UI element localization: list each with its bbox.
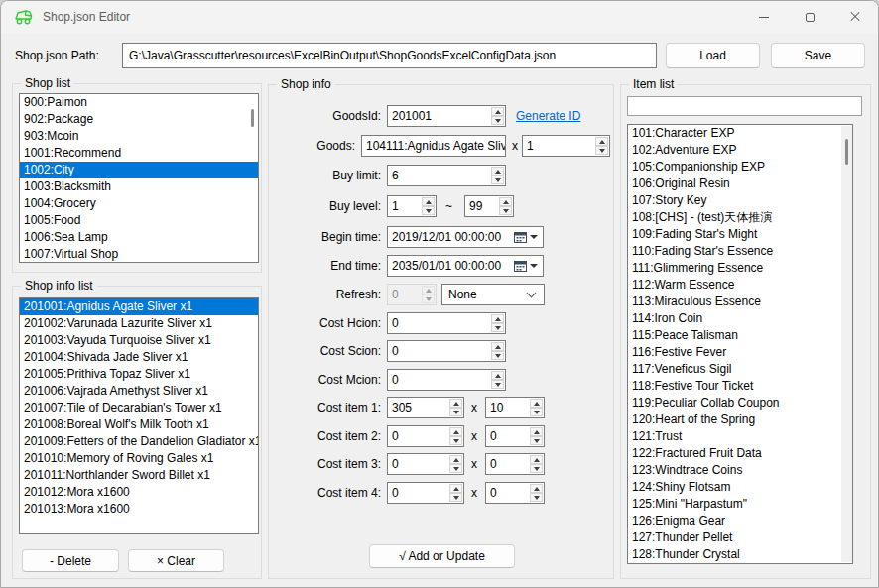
list-item[interactable]: 201007:Tile of Decarabian's Tower x1 <box>20 400 258 416</box>
refresh-mode-combobox[interactable]: None <box>441 284 545 305</box>
buy-level-min-spinner[interactable]: 1 <box>387 195 437 217</box>
list-item[interactable]: 120:Heart of the Spring <box>628 412 852 428</box>
list-item[interactable]: 1004:Grocery <box>20 195 258 212</box>
path-input[interactable] <box>122 43 657 68</box>
spin-up-icon[interactable] <box>491 107 504 116</box>
list-item[interactable]: 102:Adventure EXP <box>628 142 852 159</box>
close-button[interactable] <box>832 1 878 33</box>
spin-down-icon[interactable] <box>449 493 462 502</box>
list-item[interactable]: 201008:Boreal Wolf's Milk Tooth x1 <box>20 416 258 433</box>
list-item[interactable]: 201002:Varunada Lazurite Sliver x1 <box>20 315 258 332</box>
load-button[interactable]: Load <box>666 43 760 68</box>
list-item[interactable]: 1001:Recommend <box>20 145 258 162</box>
spinner-arrows[interactable] <box>529 483 544 503</box>
list-item[interactable]: 121:Trust <box>628 428 852 445</box>
cost-item-4-count-spinner[interactable]: 0 <box>485 482 545 504</box>
goods-count-spinner[interactable]: 1 <box>522 135 610 157</box>
goods-value-box[interactable]: 104111:Agnidus Agate Sliver <box>361 135 506 157</box>
list-item[interactable]: 1002:City <box>20 162 258 178</box>
list-item[interactable]: 109:Fading Star's Might <box>628 226 852 243</box>
shop-info-listbox[interactable]: 201001:Agnidus Agate Sliver x1201002:Var… <box>19 297 259 534</box>
list-item[interactable]: 118:Festive Tour Ticket <box>628 378 852 395</box>
list-item[interactable]: 105:Companionship EXP <box>628 159 852 176</box>
spin-up-icon[interactable] <box>499 197 512 206</box>
spin-up-icon[interactable] <box>491 342 504 351</box>
spinner-arrows[interactable] <box>490 166 505 185</box>
spinner-arrows[interactable] <box>490 370 505 390</box>
list-item[interactable]: 903:Mcoin <box>20 128 258 145</box>
cost-item-2-id-spinner[interactable]: 0 <box>387 425 464 447</box>
spin-down-icon[interactable] <box>530 408 543 416</box>
buy-limit-spinner[interactable]: 6 <box>387 165 506 186</box>
list-item[interactable]: 125:Mini "Harpastum" <box>628 496 852 513</box>
list-item[interactable]: 116:Festive Fever <box>628 344 852 361</box>
spin-up-icon[interactable] <box>449 484 462 493</box>
list-item[interactable]: 114:Iron Coin <box>628 310 852 327</box>
save-button[interactable]: Save <box>771 43 865 68</box>
shop-listbox[interactable]: 900:Paimon902:Package903:Mcoin1001:Recom… <box>19 93 259 263</box>
spin-up-icon[interactable] <box>491 167 504 176</box>
spinner-arrows[interactable] <box>448 454 463 474</box>
list-item[interactable]: 127:Thunder Pellet <box>628 529 852 546</box>
spinner-arrows[interactable] <box>448 483 463 503</box>
delete-button[interactable]: - Delete <box>22 549 119 572</box>
scrollbar-thumb[interactable] <box>251 109 254 127</box>
spin-down-icon[interactable] <box>491 323 504 332</box>
spinner-arrows[interactable] <box>529 398 544 417</box>
spin-up-icon[interactable] <box>449 399 462 408</box>
spin-down-icon[interactable] <box>595 146 608 155</box>
list-item[interactable]: 201005:Prithiva Topaz Sliver x1 <box>20 366 258 383</box>
list-item[interactable]: 108:[CHS] - (test)天体推演 <box>628 209 852 226</box>
list-item[interactable]: 106:Original Resin <box>628 176 852 192</box>
list-item[interactable]: 1007:Virtual Shop <box>20 246 258 263</box>
spinner-arrows[interactable] <box>490 106 505 126</box>
list-item[interactable]: 201001:Agnidus Agate Sliver x1 <box>20 298 258 315</box>
list-item[interactable]: 201004:Shivada Jade Sliver x1 <box>20 349 258 366</box>
item-listbox[interactable]: 101:Character EXP102:Adventure EXP105:Co… <box>627 124 853 564</box>
list-item[interactable]: 201006:Vajrada Amethyst Sliver x1 <box>20 383 258 400</box>
list-item[interactable]: 201010:Memory of Roving Gales x1 <box>20 450 258 467</box>
list-item[interactable]: 107:Story Key <box>628 192 852 209</box>
minimize-button[interactable] <box>741 1 787 33</box>
dropdown-arrow-icon[interactable] <box>530 264 538 268</box>
list-item[interactable]: 113:Miraculous Essence <box>628 294 852 310</box>
spin-down-icon[interactable] <box>422 206 435 215</box>
cost-scion-spinner[interactable]: 0 <box>387 340 506 362</box>
dropdown-arrow-icon[interactable] <box>530 235 538 239</box>
spin-down-icon[interactable] <box>491 176 504 184</box>
list-item[interactable]: 101:Character EXP <box>628 125 852 142</box>
end-time-picker[interactable]: 2035/01/01 00:00:00 <box>387 255 544 277</box>
list-item[interactable]: 126:Enigma Gear <box>628 513 852 529</box>
spin-down-icon[interactable] <box>530 493 543 502</box>
maximize-button[interactable] <box>787 1 832 33</box>
list-item[interactable]: 900:Paimon <box>20 94 258 111</box>
spinner-arrows[interactable] <box>421 196 436 216</box>
list-item[interactable]: 201009:Fetters of the Dandelion Gladiato… <box>20 433 258 450</box>
list-item[interactable]: 201003:Vayuda Turquoise Sliver x1 <box>20 332 258 349</box>
clear-button[interactable]: × Clear <box>128 549 224 572</box>
spin-down-icon[interactable] <box>449 464 462 473</box>
spinner-arrows[interactable] <box>498 196 513 216</box>
list-item[interactable]: 1003:Blacksmith <box>20 178 258 195</box>
list-item[interactable]: 128:Thunder Crystal <box>628 546 852 563</box>
spinner-arrows[interactable] <box>448 426 463 446</box>
spin-up-icon[interactable] <box>491 371 504 380</box>
list-item[interactable]: 201011:Northlander Sword Billet x1 <box>20 467 258 484</box>
item-search-input[interactable] <box>627 96 862 116</box>
spinner-arrows[interactable] <box>490 313 505 333</box>
cost-item-3-count-spinner[interactable]: 0 <box>485 453 545 475</box>
list-item[interactable]: 902:Package <box>20 111 258 128</box>
list-item[interactable]: 119:Peculiar Collab Coupon <box>628 395 852 412</box>
spin-up-icon[interactable] <box>530 427 543 436</box>
spin-down-icon[interactable] <box>491 116 504 125</box>
spin-down-icon[interactable] <box>449 408 462 416</box>
spinner-arrows[interactable] <box>529 426 544 446</box>
spin-down-icon[interactable] <box>530 464 543 473</box>
spin-up-icon[interactable] <box>530 484 543 493</box>
cost-mcion-spinner[interactable]: 0 <box>387 369 506 391</box>
generate-id-link[interactable]: Generate ID <box>516 109 580 123</box>
list-item[interactable]: 123:Windtrace Coins <box>628 462 852 479</box>
list-item[interactable]: 201012:Mora x1600 <box>20 484 258 501</box>
spin-down-icon[interactable] <box>530 436 543 445</box>
list-item[interactable]: 115:Peace Talisman <box>628 327 852 344</box>
